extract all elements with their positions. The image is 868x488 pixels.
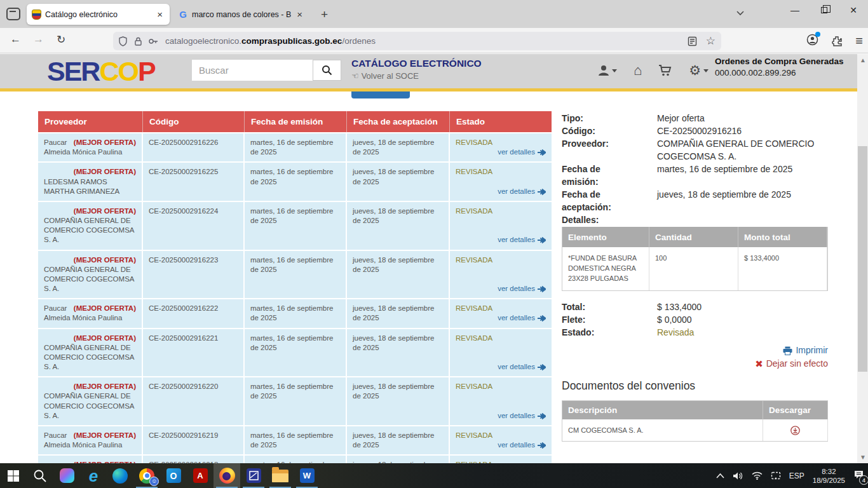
arrow-right-icon	[538, 413, 546, 419]
wifi-icon[interactable]	[752, 471, 763, 480]
doc-download-cell[interactable]	[763, 419, 828, 441]
table-row[interactable]: (MEJOR OFERTA)Paucar Almeida Mónica Paul…	[38, 298, 552, 327]
taskbar-chrome-icon[interactable]: ☺	[133, 463, 160, 488]
list-tabs-chevron-icon[interactable]	[736, 9, 745, 18]
issued-cell: martes, 16 de septiembre de 2025	[245, 202, 347, 250]
menu-hamburger-icon[interactable]: ≡	[855, 34, 863, 48]
ver-detalles-link[interactable]: ver detalles	[456, 411, 546, 421]
ver-detalles-link[interactable]: ver detalles	[456, 147, 546, 157]
taskbar-search-icon[interactable]	[27, 463, 53, 488]
sercop-logo[interactable]: SERCOP	[47, 56, 155, 86]
tab-google-search[interactable]: G marco manos de colores - Busca ×	[173, 4, 309, 25]
language-indicator[interactable]: ESP	[789, 471, 804, 480]
tab-catalogo[interactable]: Catálogo electrónico ×	[27, 4, 170, 25]
printer-icon	[783, 346, 792, 355]
status-badge: REVISADA	[456, 304, 546, 313]
scrollbar-thumb[interactable]	[858, 146, 867, 372]
user-menu-icon[interactable]	[597, 64, 617, 77]
tab-close-icon[interactable]: ×	[155, 9, 165, 20]
code-cell: CE-20250002916222	[143, 299, 245, 327]
cart-icon[interactable]	[658, 64, 672, 77]
clipped-blue-button[interactable]	[351, 92, 410, 98]
taskbar-word-icon[interactable]: W	[294, 463, 320, 488]
code-cell: CE-20250002916226	[143, 133, 245, 161]
taskbar-firefox-icon[interactable]	[214, 463, 240, 488]
ver-detalles-link[interactable]: ver detalles	[456, 284, 546, 294]
clock[interactable]: 8:32 18/9/2025	[813, 467, 845, 485]
column-header: Estado	[450, 111, 552, 132]
arrow-right-icon	[538, 237, 546, 243]
status-badge: REVISADA	[456, 167, 546, 177]
table-row[interactable]: (MEJOR OFERTA)COMPAÑIA GENERAL DE COMERC…	[38, 328, 552, 377]
download-icon	[790, 426, 800, 435]
status-cell: REVISADA ver detalles	[450, 133, 552, 161]
key-permission-icon[interactable]	[148, 36, 159, 46]
total-row: Total: $ 133,4000	[562, 301, 828, 313]
accepted-cell: jueves, 18 de septiembre de 2025	[347, 251, 450, 299]
ver-detalles-link[interactable]: ver detalles	[456, 235, 546, 245]
taskbar-outlook-icon[interactable]: O	[160, 463, 187, 488]
arrow-right-icon	[538, 149, 546, 156]
column-header: Fecha de emisión	[245, 111, 347, 132]
page-scrollbar[interactable]: ▲ ▼	[857, 54, 868, 463]
dejar-sin-efecto-link[interactable]: ✖ Dejar sin efecto	[562, 357, 828, 370]
url-text: catalogoelectronico.compraspublicas.gob.…	[165, 36, 376, 46]
reader-mode-icon[interactable]	[688, 36, 697, 46]
table-row[interactable]: (MEJOR OFERTA)COMPAÑIA GENERAL DE COMERC…	[38, 201, 552, 250]
back-icon[interactable]: ←	[10, 33, 21, 46]
status-badge: REVISADA	[456, 255, 546, 265]
accepted-cell: jueves, 18 de septiembre de 2025	[347, 329, 450, 377]
table-row[interactable]: (MEJOR OFERTA)LEDESMA RAMOS MARTHA GRIMA…	[38, 161, 552, 201]
bookmark-star-icon[interactable]: ☆	[706, 34, 715, 48]
url-bar[interactable]: catalogoelectronico.compraspublicas.gob.…	[113, 32, 721, 50]
forward-icon[interactable]: →	[33, 33, 44, 46]
ver-detalles-link[interactable]: ver detalles	[456, 187, 546, 196]
ver-detalles-link[interactable]: ver detalles	[456, 362, 546, 372]
tab-close-icon[interactable]: ×	[295, 9, 304, 20]
item-row: *FUNDA DE BASURA DOMESTICA NEGRA 23X28 P…	[562, 247, 827, 290]
minimize-button[interactable]: —	[780, 0, 810, 20]
wireless-display-icon[interactable]	[771, 471, 781, 480]
ver-detalles-link[interactable]: ver detalles	[456, 440, 546, 450]
tracking-shield-icon[interactable]	[118, 36, 128, 46]
notification-center-icon[interactable]: 4	[853, 470, 864, 482]
ver-detalles-link[interactable]: ver detalles	[456, 313, 546, 323]
taskbar-acrobat-icon[interactable]: A	[187, 463, 214, 488]
restore-button[interactable]	[810, 0, 839, 20]
volver-soce-link[interactable]: ☜ Volver al SOCE	[351, 71, 419, 81]
search-input[interactable]	[192, 60, 313, 81]
arrow-right-icon	[538, 315, 546, 322]
volume-icon[interactable]	[733, 471, 743, 480]
imprimir-link[interactable]: Imprimir	[562, 344, 828, 357]
status-cell: REVISADA ver detalles	[450, 299, 552, 327]
tray-chevron-icon[interactable]	[716, 473, 724, 478]
new-tab-button[interactable]: +	[321, 8, 328, 22]
home-icon[interactable]: ⌂	[634, 64, 642, 77]
taskbar-scanner-icon[interactable]	[240, 463, 267, 488]
column-header: Descripción	[562, 401, 763, 419]
firefox-view-icon[interactable]	[6, 8, 20, 20]
status-badge: REVISADA	[456, 382, 546, 391]
taskbar-ie-icon[interactable]: e	[80, 463, 107, 488]
taskbar-copilot-icon[interactable]	[53, 463, 80, 488]
close-button[interactable]: ✕	[839, 0, 868, 20]
taskbar-edge-icon[interactable]	[107, 463, 133, 488]
x-icon: ✖	[755, 357, 763, 370]
chrome-profile-badge: ☺	[149, 477, 159, 486]
detail-field: Tipo: Mejor oferta	[562, 112, 828, 125]
table-row[interactable]: (MEJOR OFERTA)Paucar Almeida Mónica Paul…	[38, 132, 552, 161]
account-icon[interactable]	[806, 34, 818, 48]
table-row[interactable]: (MEJOR OFERTA)COMPAÑIA GENERAL DE COMERC…	[38, 376, 552, 425]
lock-icon[interactable]	[134, 36, 142, 46]
search-button[interactable]	[313, 60, 341, 81]
taskbar-file-explorer-icon[interactable]	[267, 463, 294, 488]
column-header: Código	[143, 111, 245, 132]
scroll-up-arrow[interactable]: ▲	[860, 57, 866, 64]
table-row[interactable]: (MEJOR OFERTA)Paucar Almeida Mónica Paul…	[38, 425, 552, 454]
settings-menu-icon[interactable]: ⚙	[689, 63, 709, 78]
start-button[interactable]	[0, 463, 27, 488]
table-row[interactable]: (MEJOR OFERTA)COMPAÑIA GENERAL DE COMERC…	[38, 250, 552, 299]
reload-icon[interactable]: ↻	[57, 33, 65, 46]
scroll-down-arrow[interactable]: ▼	[860, 454, 866, 461]
extensions-puzzle-icon[interactable]	[831, 36, 843, 47]
